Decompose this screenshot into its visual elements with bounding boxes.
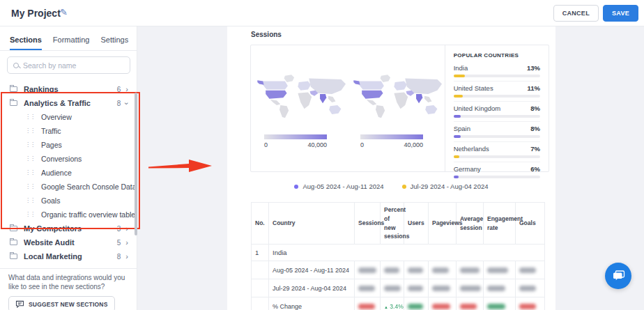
- sections-list: Rankings 6 › Analytics & Traffic 8 › ⋮⋮ …: [0, 82, 137, 263]
- chevron-right-icon: ›: [125, 253, 128, 261]
- drag-handle-icon[interactable]: ⋮⋮: [25, 114, 35, 120]
- blurred-value: [358, 286, 375, 291]
- sidebar-subitem-overview[interactable]: ⋮⋮ Overview: [0, 110, 137, 124]
- chat-bubble-icon: [611, 270, 625, 282]
- legend-dot: [402, 185, 406, 189]
- blurred-value-negative: [432, 304, 450, 309]
- scale-min-label: 0: [264, 141, 268, 148]
- tab-settings[interactable]: Settings: [100, 36, 128, 50]
- tab-formatting[interactable]: Formatting: [53, 36, 90, 50]
- sidebar-item-my-competitors[interactable]: My Competitors 3 ›: [0, 222, 137, 235]
- blurred-value-negative: [460, 304, 477, 309]
- folder-icon: [10, 254, 17, 259]
- sidebar-item-rankings[interactable]: Rankings 6 ›: [0, 82, 137, 96]
- drag-handle-icon[interactable]: ⋮⋮: [25, 142, 35, 148]
- popular-country-row: Netherlands 7%: [454, 142, 540, 162]
- folder-icon: [10, 240, 17, 245]
- drag-handle-icon[interactable]: ⋮⋮: [25, 198, 35, 203]
- popular-countries-panel: POPULAR COUNTRIES India 13% United State…: [445, 45, 549, 171]
- popular-country-row: United States 11%: [454, 82, 540, 102]
- table-row: Aug-05 2024 - Aug-11 2024: [252, 261, 545, 279]
- report-page: Sessions: [227, 26, 555, 310]
- search-input[interactable]: [23, 61, 124, 70]
- sidebar-subitem-conversions[interactable]: ⋮⋮ Conversions: [0, 152, 137, 166]
- search-box[interactable]: [7, 56, 130, 74]
- sidebar-subitem-traffic[interactable]: ⋮⋮ Traffic: [0, 124, 137, 138]
- comment-icon: [15, 300, 24, 308]
- edit-pencil-icon[interactable]: ✎: [60, 7, 68, 17]
- sidebar-subitem-goals[interactable]: ⋮⋮ Goals: [0, 194, 137, 208]
- sidebar-subitem-audience[interactable]: ⋮⋮ Audience: [0, 166, 137, 180]
- suggest-question: What data and integrations would you lik…: [8, 274, 128, 291]
- country-bar: [454, 95, 463, 98]
- country-bar: [454, 135, 461, 138]
- blurred-value-negative: [519, 304, 536, 309]
- blurred-value: [460, 268, 480, 273]
- search-icon: [13, 63, 19, 68]
- sessions-map-card: 0 40,000 0 40,000 POPULAR COUNTRIES Indi…: [250, 45, 549, 172]
- tab-sections[interactable]: Sections: [10, 36, 42, 50]
- drag-handle-icon[interactable]: ⋮⋮: [25, 128, 35, 134]
- blurred-value: [487, 286, 505, 291]
- blurred-value: [432, 286, 450, 291]
- suggest-new-sections-button[interactable]: SUGGEST NEW SECTIONS: [8, 296, 115, 310]
- blurred-value: [384, 268, 399, 273]
- sidebar-scrollbar[interactable]: [135, 93, 137, 235]
- sidebar-item-website-audit[interactable]: Website Audit 5 ›: [0, 235, 137, 249]
- map-color-scale: [360, 134, 423, 139]
- popular-countries-title: POPULAR COUNTRIES: [454, 52, 540, 59]
- top-bar: My Project ✎ CANCEL SAVE: [0, 0, 644, 26]
- table-header-row: No. Country Sessions Percent of new sess…: [252, 203, 545, 245]
- chevron-down-icon: ›: [123, 102, 131, 104]
- cancel-button[interactable]: CANCEL: [553, 5, 599, 22]
- legend-item: Jul-29 2024 - Aug-04 2024: [402, 183, 489, 190]
- date-range-legend: Aug-05 2024 - Aug-11 2024 Jul-29 2024 - …: [227, 183, 555, 190]
- triangle-up-icon: ▲: [384, 305, 388, 309]
- save-button[interactable]: SAVE: [603, 5, 638, 22]
- blurred-value-negative: [358, 304, 375, 309]
- folder-icon: [10, 100, 17, 106]
- blurred-value: [358, 268, 376, 273]
- positive-change-value: ▲ 3.4%: [384, 303, 404, 310]
- app-window: My Project ✎ CANCEL SAVE Sections Format…: [0, 0, 644, 310]
- chat-widget-button[interactable]: [605, 263, 631, 289]
- sidebar-item-local-marketing[interactable]: Local Marketing 8 ›: [0, 249, 137, 263]
- popular-country-row: Spain 8%: [454, 122, 540, 142]
- sessions-by-country-table: No. Country Sessions Percent of new sess…: [251, 202, 544, 310]
- drag-handle-icon[interactable]: ⋮⋮: [25, 184, 35, 189]
- popular-country-row: India 13%: [454, 61, 540, 82]
- chevron-right-icon: ›: [125, 239, 128, 247]
- popular-country-row: Germany 6%: [454, 162, 540, 182]
- popular-country-row: United Kingdom 8%: [454, 102, 540, 122]
- section-title: Sessions: [251, 31, 282, 38]
- sidebar-subitem-pages[interactable]: ⋮⋮ Pages: [0, 138, 137, 152]
- blurred-value-positive: [408, 304, 423, 309]
- country-bar: [454, 115, 461, 118]
- maps-area: 0 40,000 0 40,000: [251, 45, 445, 171]
- blurred-value: [460, 286, 481, 291]
- world-map-chart-previous: [353, 65, 445, 129]
- blurred-value: [487, 268, 508, 273]
- table-group-row: 1 India: [252, 245, 545, 261]
- blurred-value: [432, 268, 449, 273]
- scale-min-label: 0: [360, 141, 364, 148]
- chevron-right-icon: ›: [125, 225, 128, 233]
- sidebar-subitem-google-search-console[interactable]: ⋮⋮ Google Search Console Data: [0, 180, 137, 194]
- world-map-chart-current: [256, 65, 348, 129]
- blurred-value: [408, 268, 423, 273]
- legend-item: Aug-05 2024 - Aug-11 2024: [294, 183, 383, 190]
- country-bar: [454, 176, 459, 178]
- drag-handle-icon[interactable]: ⋮⋮: [25, 156, 35, 162]
- table-row-percent-change: % Change ▲ 3.4%: [252, 297, 545, 310]
- blurred-value: [519, 268, 536, 273]
- sidebar-footer: What data and integrations would you lik…: [0, 268, 137, 310]
- drag-handle-icon[interactable]: ⋮⋮: [25, 212, 35, 217]
- map-color-scale: [264, 134, 327, 139]
- blurred-value: [519, 286, 536, 291]
- legend-dot: [294, 185, 298, 189]
- drag-handle-icon[interactable]: ⋮⋮: [25, 170, 35, 176]
- sidebar-subitem-organic-traffic-table[interactable]: ⋮⋮ Organic traffic overview table: [0, 208, 137, 222]
- project-title: My Project: [11, 8, 61, 19]
- folder-icon: [10, 86, 17, 92]
- sidebar-item-analytics-traffic[interactable]: Analytics & Traffic 8 ›: [0, 96, 137, 110]
